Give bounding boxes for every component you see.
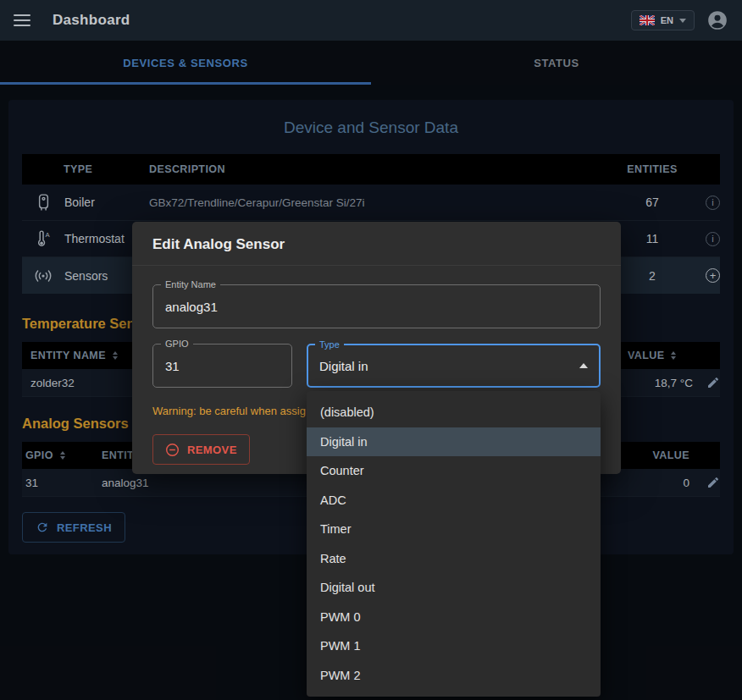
remove-label: REMOVE	[187, 444, 237, 456]
dropdown-option-rate[interactable]: Rate	[307, 544, 601, 574]
gpio-field[interactable]: GPIO 31	[152, 344, 292, 388]
type-label: Type	[315, 339, 344, 350]
entity-name-field[interactable]: Entity Name analog31	[152, 284, 601, 328]
dropdown-option-pwm1[interactable]: PWM 1	[307, 631, 601, 661]
dropdown-option-digital-in[interactable]: Digital in	[307, 427, 601, 457]
dropdown-option-adc[interactable]: ADC	[307, 486, 601, 515]
gpio-value: 31	[165, 359, 180, 373]
dropdown-option-timer[interactable]: Timer	[307, 515, 601, 544]
dropdown-option-counter[interactable]: Counter	[307, 456, 601, 486]
entity-name-value: analog31	[165, 300, 218, 314]
gpio-label: GPIO	[161, 339, 193, 349]
chevron-up-icon	[579, 363, 588, 368]
dropdown-option-digital-out[interactable]: Digital out	[307, 573, 601, 603]
type-value: Digital in	[319, 359, 368, 373]
type-select[interactable]: Type Digital in	[307, 344, 601, 388]
dropdown-option-pwm0[interactable]: PWM 0	[307, 603, 601, 632]
remove-button[interactable]: REMOVE	[152, 434, 250, 465]
type-dropdown-menu: (disabled) Digital in Counter ADC Timer …	[307, 391, 601, 697]
remove-circle-icon	[165, 443, 180, 457]
dropdown-option-pwm2[interactable]: PWM 2	[307, 661, 601, 691]
dialog-title: Edit Analog Sensor	[132, 222, 621, 266]
entity-name-label: Entity Name	[161, 279, 220, 289]
screen: Dashboard EN	[0, 0, 742, 700]
dropdown-option-disabled[interactable]: (disabled)	[307, 398, 601, 427]
